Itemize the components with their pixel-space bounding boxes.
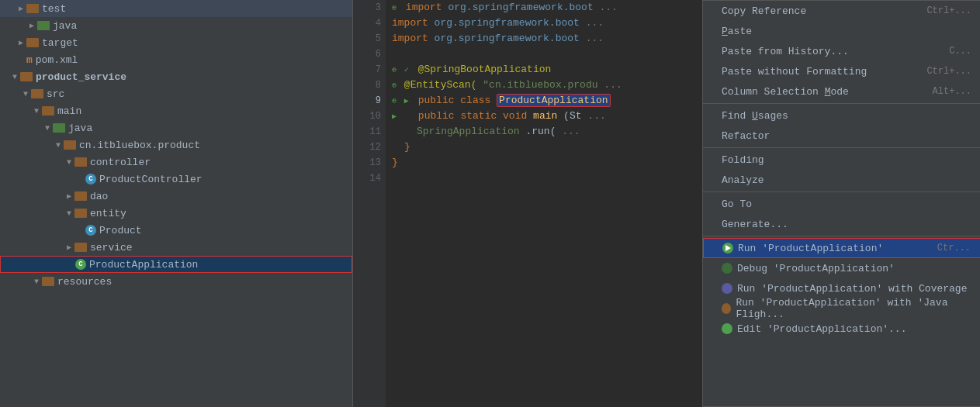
coverage-icon xyxy=(722,283,732,294)
sidebar-item-label: service xyxy=(90,242,133,254)
menu-item-paste-no-format[interactable]: Paste without Formatting Ctrl+... xyxy=(703,61,980,81)
menu-item-edit-config[interactable]: Edit 'ProductApplication'... xyxy=(703,319,980,339)
menu-item-goto[interactable]: Go To xyxy=(703,194,980,214)
arrow-icon xyxy=(9,73,20,81)
code-line-5: import org.springframework.boot ... xyxy=(392,31,696,47)
code-line-7: ⊕ ✓ @SpringBootApplication xyxy=(392,62,696,78)
menu-item-label: Folding xyxy=(722,154,764,166)
sidebar-item-test[interactable]: test xyxy=(0,0,352,17)
edit-icon xyxy=(722,323,732,334)
line-num-8: 8 xyxy=(376,78,381,93)
code-editor: 3 4 5 6 7 8 9 10 11 12 13 14 ⊕ import or… xyxy=(353,0,702,407)
line-num-3: 3 xyxy=(376,0,381,16)
sidebar-item-pom-xml[interactable]: m pom.xml xyxy=(0,51,352,68)
menu-item-label: Find Usages xyxy=(722,110,788,122)
sidebar-item-product-controller[interactable]: C ProductController xyxy=(0,171,352,188)
sidebar-item-label: java xyxy=(68,122,92,134)
line-num-14: 14 xyxy=(370,171,381,186)
line-num-9: 9 xyxy=(376,93,381,109)
folder-icon xyxy=(74,191,87,201)
sidebar-item-service[interactable]: service xyxy=(0,239,352,256)
menu-item-label: Paste without Formatting xyxy=(722,66,867,78)
line-num-6: 6 xyxy=(376,47,381,62)
menu-item-paste[interactable]: Paste xyxy=(703,21,980,41)
folder-icon xyxy=(37,21,50,30)
menu-separator-1 xyxy=(703,103,980,104)
arrow-icon xyxy=(26,21,37,30)
sidebar-item-dao[interactable]: dao xyxy=(0,188,352,205)
arrow-icon xyxy=(31,107,42,116)
menu-item-label: Copy Reference xyxy=(722,5,806,17)
menu-item-paste-history[interactable]: Paste from History... C... xyxy=(703,41,980,61)
sidebar-item-entity[interactable]: entity xyxy=(0,205,352,222)
code-content[interactable]: ⊕ import org.springframework.boot ... im… xyxy=(386,0,702,407)
menu-item-run[interactable]: Run 'ProductApplication' Ctr... xyxy=(703,238,980,258)
sidebar-item-label: entity xyxy=(90,208,126,219)
code-line-9: ⊕ ▶ public class ProductApplication xyxy=(392,93,696,109)
sidebar-item-main-java[interactable]: java xyxy=(0,119,352,136)
sidebar-item-label: target xyxy=(42,37,78,49)
folder-icon xyxy=(53,123,65,133)
line-numbers: 3 4 5 6 7 8 9 10 11 12 13 14 xyxy=(353,0,386,407)
menu-item-debug[interactable]: Debug 'ProductApplication' xyxy=(703,258,980,278)
menu-item-folding[interactable]: Folding xyxy=(703,150,980,170)
arrow-icon xyxy=(64,209,74,218)
sidebar-item-product-service[interactable]: product_service xyxy=(0,68,352,85)
code-line-11: SpringApplication .run( ... xyxy=(392,124,696,140)
menu-item-label: Go To xyxy=(722,198,752,210)
sidebar-item-product-application[interactable]: C ProductApplication xyxy=(0,256,352,273)
menu-item-find-usages[interactable]: Find Usages xyxy=(703,105,980,126)
code-line-13: } xyxy=(392,155,696,171)
menu-item-label: Paste from History... xyxy=(722,46,849,57)
sidebar-item-label: product_service xyxy=(36,71,126,83)
menu-item-label: Debug 'ProductApplication' xyxy=(722,263,895,274)
line-num-5: 5 xyxy=(376,31,381,47)
sidebar-item-label: cn.itbluebox.product xyxy=(79,140,200,151)
folder-icon xyxy=(42,277,54,286)
code-line-3: ⊕ import org.springframework.boot ... xyxy=(392,0,696,16)
sidebar-item-target[interactable]: target xyxy=(0,34,352,51)
menu-item-refactor[interactable]: Refactor xyxy=(703,126,980,146)
context-menu: Copy Reference Ctrl+... Paste Paste from… xyxy=(702,0,980,407)
menu-item-column-selection[interactable]: Column Selection Mode Alt+... xyxy=(703,81,980,102)
sidebar-item-src[interactable]: src xyxy=(0,85,352,102)
sidebar-item-label: ProductController xyxy=(99,174,203,185)
folder-icon xyxy=(42,106,54,116)
arrow-icon xyxy=(64,158,74,167)
arrow-icon xyxy=(16,4,26,13)
run-icon xyxy=(722,243,733,254)
menu-item-run-coverage[interactable]: Run 'ProductApplication' with Coverage xyxy=(703,278,980,298)
xml-icon: m xyxy=(26,54,33,66)
sidebar-item-package[interactable]: cn.itbluebox.product xyxy=(0,136,352,153)
menu-separator-2 xyxy=(703,147,980,148)
menu-item-generate[interactable]: Generate... xyxy=(703,214,980,234)
menu-item-label: Generate... xyxy=(722,219,788,230)
arrow-icon xyxy=(53,141,64,150)
spring-boot-icon: C xyxy=(75,259,86,270)
menu-item-analyze[interactable]: Analyze xyxy=(703,170,980,190)
arrow-icon xyxy=(64,191,74,201)
sidebar-item-label: pom.xml xyxy=(36,54,78,66)
sidebar-item-label: main xyxy=(57,105,81,117)
menu-item-label: Refactor xyxy=(722,130,770,142)
sidebar-item-test-java[interactable]: java xyxy=(0,17,352,34)
sidebar-item-controller[interactable]: controller xyxy=(0,153,352,171)
arrow-icon xyxy=(42,124,53,133)
sidebar-item-label: test xyxy=(42,3,66,15)
sidebar-item-resources[interactable]: resources xyxy=(0,273,352,290)
menu-shortcut: Ctrl+... xyxy=(926,5,971,16)
folder-icon xyxy=(64,140,76,150)
sidebar-item-product[interactable]: C Product xyxy=(0,222,352,239)
menu-shortcut: Alt+... xyxy=(933,86,971,97)
folder-icon xyxy=(74,157,87,167)
menu-item-run-java-flight[interactable]: Run 'ProductApplication' with 'Java Flig… xyxy=(703,298,980,319)
folder-icon xyxy=(74,209,87,218)
folder-icon xyxy=(26,4,39,13)
code-line-12: } xyxy=(392,140,696,155)
sidebar-item-main[interactable]: main xyxy=(0,102,352,119)
menu-item-copy-reference[interactable]: Copy Reference Ctrl+... xyxy=(703,1,980,21)
menu-item-label: Run 'ProductApplication' xyxy=(722,243,883,254)
line-num-11: 11 xyxy=(370,124,381,140)
menu-item-label: Run 'ProductApplication' with Coverage xyxy=(722,283,967,295)
menu-item-label: Run 'ProductApplication' with 'Java Flig… xyxy=(722,297,971,320)
